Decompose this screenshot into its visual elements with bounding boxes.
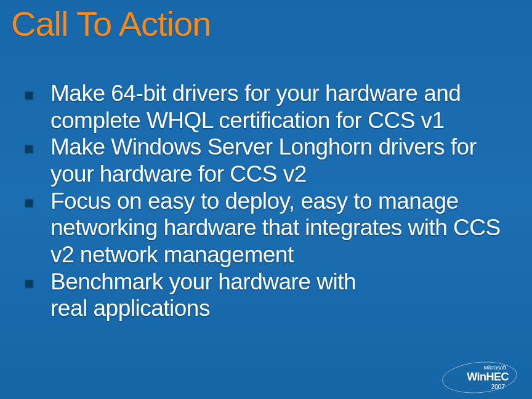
slide-title: Call To Action <box>11 6 211 42</box>
logo-vendor: Microsoft <box>483 365 506 371</box>
slide: Call To Action Make 64-bit drivers for y… <box>0 0 532 399</box>
list-item: Make Windows Server Longhorn drivers for… <box>23 134 501 187</box>
list-item: Make 64-bit drivers for your hardware an… <box>23 80 501 134</box>
list-item: Focus on easy to deploy, easy to manage … <box>23 188 501 268</box>
content-area: Make 64-bit drivers for your hardware an… <box>23 80 501 322</box>
logo-year: 2007 <box>491 384 505 390</box>
winhec-logo: Microsoft WinHEC 2007 <box>433 357 520 394</box>
logo-main: WinHEC <box>467 371 509 384</box>
list-item: Benchmark your hardware with real applic… <box>23 268 501 322</box>
bullet-list: Make 64-bit drivers for your hardware an… <box>23 80 501 322</box>
